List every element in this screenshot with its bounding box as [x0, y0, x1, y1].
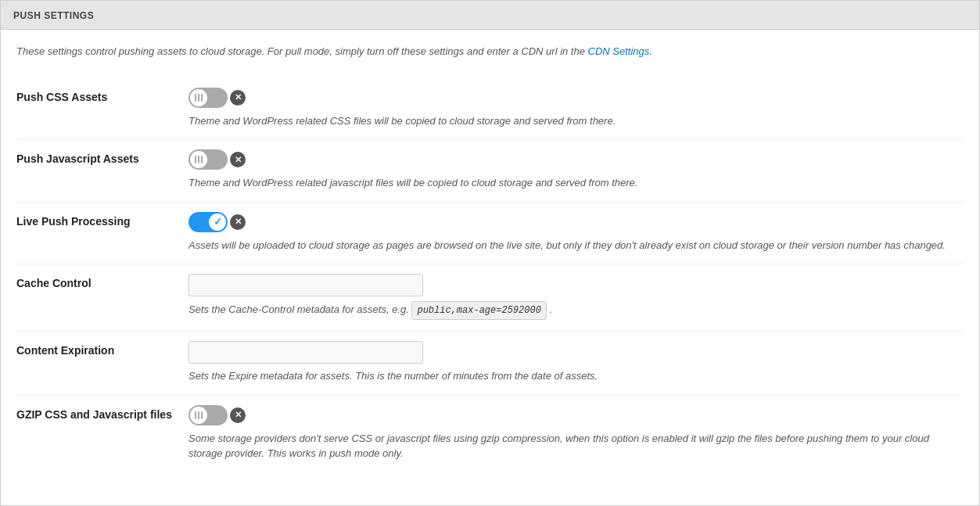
cache-control-label: Cache Control	[16, 277, 92, 289]
push-css-assets-label: Push CSS Assets	[16, 91, 107, 103]
stripe-2	[198, 411, 199, 419]
content-expiration-input[interactable]	[188, 341, 423, 364]
panel-header-title: PUSH SETTINGS	[13, 10, 94, 21]
panel-body: These settings control pushing assets to…	[1, 30, 979, 488]
gzip-close-btn[interactable]: ✕	[230, 407, 246, 423]
stripe-1	[195, 156, 196, 163]
stripe-1	[195, 411, 196, 419]
table-row: GZIP CSS and Javascript files	[16, 395, 964, 472]
live-push-toggle-wrapper: ✓ ✕	[188, 212, 246, 232]
live-push-desc: Assets will be uploaded to cloud storage…	[188, 238, 956, 253]
push-css-assets-toggle-wrapper: ✕	[188, 88, 246, 108]
push-js-assets-desc: Theme and WordPress related javascript f…	[188, 175, 956, 191]
toggle-stripes	[195, 156, 203, 163]
table-row: Cache Control Sets the Cache-Control met…	[16, 264, 964, 332]
toggle-stripes	[195, 411, 203, 419]
toggle-stripes	[195, 94, 203, 102]
cache-control-example: public,max-age=2592000	[411, 301, 546, 320]
gzip-label: GZIP CSS and Javascript files	[16, 408, 172, 421]
content-expiration-label: Content Expiration	[16, 344, 114, 357]
live-push-toggle-knob: ✓	[209, 214, 226, 231]
stripe-2	[198, 156, 199, 163]
intro-text-before: These settings control pushing assets to…	[16, 45, 585, 57]
cache-control-input[interactable]	[188, 274, 423, 296]
stripe-1	[195, 94, 196, 102]
settings-table: Push CSS Assets	[16, 78, 964, 472]
push-js-assets-label: Push Javascript Assets	[16, 153, 139, 165]
gzip-desc: Some storage providers don't serve CSS o…	[188, 431, 956, 461]
panel-header: PUSH SETTINGS	[1, 1, 979, 30]
table-row: Push Javascript Assets	[16, 140, 964, 203]
push-css-assets-close-btn[interactable]: ✕	[230, 90, 246, 106]
stripe-2	[198, 94, 199, 102]
push-js-assets-toggle-wrapper: ✕	[188, 149, 246, 170]
stripe-3	[201, 156, 203, 163]
gzip-toggle-wrapper: ✕	[188, 405, 246, 425]
cache-control-desc: Sets the Cache-Control metadata for asse…	[188, 301, 956, 320]
table-row: Content Expiration Sets the Expire metad…	[16, 332, 964, 396]
stripe-3	[201, 94, 203, 102]
live-push-close-btn[interactable]: ✕	[230, 214, 246, 230]
cdn-settings-link[interactable]: CDN Settings	[588, 45, 650, 57]
push-js-assets-toggle[interactable]	[188, 149, 228, 170]
live-push-toggle[interactable]: ✓	[188, 212, 228, 232]
gzip-toggle-knob	[190, 407, 207, 424]
push-css-assets-desc: Theme and WordPress related CSS files wi…	[188, 113, 956, 129]
push-css-assets-toggle-knob	[190, 89, 207, 106]
content-expiration-desc: Sets the Expire metadata for assets. Thi…	[188, 368, 956, 384]
table-row: Push CSS Assets	[16, 78, 964, 140]
push-css-assets-toggle[interactable]	[188, 88, 228, 108]
intro-text: These settings control pushing assets to…	[16, 44, 964, 59]
push-js-assets-close-btn[interactable]: ✕	[230, 152, 246, 167]
check-icon: ✓	[214, 217, 222, 227]
settings-panel: PUSH SETTINGS These settings control pus…	[0, 0, 980, 506]
push-js-assets-toggle-knob	[190, 151, 207, 168]
stripe-3	[201, 411, 203, 419]
table-row: Live Push Processing ✓ ✕ Assets will be …	[16, 202, 964, 264]
gzip-toggle[interactable]	[188, 405, 228, 425]
live-push-label: Live Push Processing	[16, 215, 131, 228]
